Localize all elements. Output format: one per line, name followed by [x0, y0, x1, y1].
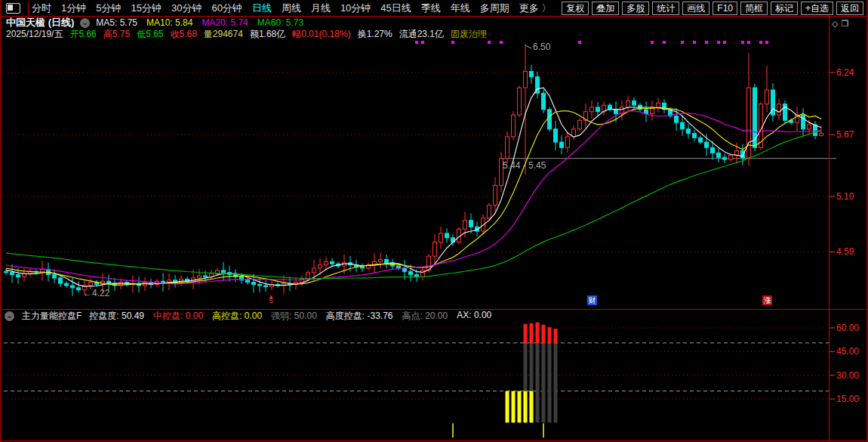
indicator-axis-label: 45.00 [836, 346, 868, 357]
ma-values-row: MA5: 5.75MA10: 5.84MA20: 5.74MA60: 5.73 [96, 17, 303, 28]
price-axis-label: 5.10 [836, 191, 868, 202]
chevron-down-icon[interactable]: ⌄ [5, 311, 14, 321]
stock-name: 中国天楹 [6, 17, 45, 28]
high-price-label: 6.50 [533, 42, 550, 52]
quote-field: 收5.68 [170, 28, 196, 41]
low-price-label: ←4.22 [83, 288, 109, 298]
corner-icons: ◇ ❐ [832, 19, 848, 29]
price-axis-label: 4.59 [836, 246, 868, 257]
quote-field: 低5.65 [137, 28, 163, 41]
split-window-icon[interactable]: ❐ [841, 19, 848, 29]
indicator-value: 高点: 20.00 [402, 310, 448, 323]
indicator-axis-label: 15.00 [836, 394, 868, 404]
price-axis-label: 5.67 [836, 129, 868, 140]
chevron-down-icon[interactable]: ⌄ [80, 18, 90, 28]
indicator-value: 高控盘: 0.00 [212, 310, 262, 323]
ref-price-label: 5.44 - 5.45 [503, 160, 546, 171]
stock-period: (日线) [48, 17, 75, 28]
indicator-value: 强弱: 50.00 [271, 310, 317, 323]
quote-field: 2025/12/19/五 [6, 28, 63, 41]
quote-field: 流通23.1亿 [399, 28, 444, 41]
indicator-value: 中控盘: 0.00 [153, 310, 203, 323]
indicator-axis-label: 30.00 [836, 370, 868, 381]
indicator-header: ⌄ 主力量能控盘F 控盘度: 50.49中控盘: 0.00高控盘: 0.00强弱… [5, 311, 491, 322]
quote-field: 量294674 [204, 28, 243, 41]
quote-field: 开5.66 [69, 28, 96, 41]
quote-field: 高5.75 [103, 28, 130, 41]
indicator-axis-label: 60.00 [836, 323, 868, 333]
ma-value: MA5: 5.75 [96, 17, 137, 28]
indicator-values: 控盘度: 50.49中控盘: 0.00高控盘: 0.00强弱: 50.00高度控… [89, 310, 491, 323]
diamond-icon[interactable]: ◇ [832, 19, 838, 29]
tdx-app: 分时1分钟5分钟15分钟30分钟60分钟日线周线月线10分钟45日线季线年线多周… [0, 0, 868, 442]
quote-field: 幅0.01(0.18%) [292, 28, 350, 41]
chart-canvas[interactable] [2, 0, 868, 442]
quote-field: 换1.27% [358, 28, 392, 41]
ma-value: MA60: 5.73 [257, 17, 303, 28]
ma-value: MA20: 5.74 [202, 17, 248, 28]
indicator-value: 高度控盘: -33.76 [326, 310, 393, 323]
quote-field: 额1.68亿 [250, 28, 285, 41]
price-axis-line [829, 17, 830, 440]
bottom-border [2, 440, 868, 441]
quote-info-row: 2025/12/19/五开5.66高5.75低5.65收5.68量294674额… [6, 29, 487, 39]
event-badge-涨[interactable]: 涨 [762, 295, 772, 305]
indicator-title[interactable]: 主力量能控盘F [22, 310, 82, 323]
price-axis-label: 6.24 [836, 67, 868, 78]
chart-title-row: 中国天楹 (日线) ⌄ MA5: 5.75MA10: 5.84MA20: 5.7… [6, 17, 303, 28]
event-badge-财[interactable]: 财 [587, 295, 597, 305]
indicator-value: 控盘度: 50.49 [89, 310, 144, 323]
ma-value: MA10: 5.84 [146, 17, 192, 28]
quote-field: 固废治理 [451, 28, 487, 41]
indicator-value: AX: 0.00 [457, 310, 491, 323]
signal-s-marker: ▴S [269, 294, 273, 303]
